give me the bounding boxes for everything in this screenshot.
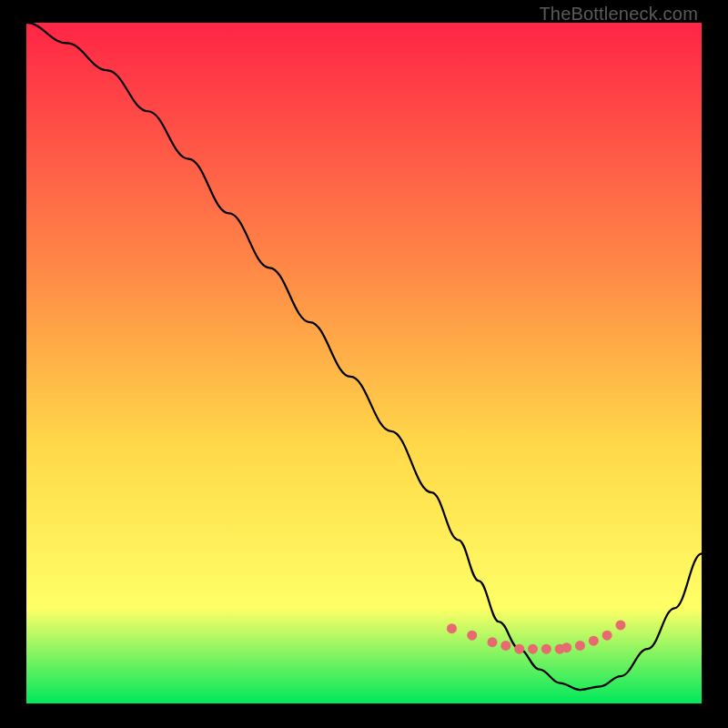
highlight-marker	[575, 641, 585, 651]
highlight-marker	[589, 636, 599, 646]
chart-frame	[26, 23, 702, 703]
highlight-marker	[561, 642, 571, 652]
watermark-text: TheBottleneck.com	[539, 4, 698, 25]
highlight-marker	[615, 620, 625, 630]
highlight-marker	[541, 644, 551, 654]
highlight-marker	[602, 631, 612, 641]
highlight-marker	[487, 637, 497, 647]
highlight-marker	[514, 644, 524, 654]
highlight-marker	[500, 641, 511, 651]
gradient-background	[26, 23, 702, 703]
highlight-marker	[528, 644, 538, 654]
bottleneck-chart	[26, 23, 702, 703]
highlight-marker	[467, 631, 477, 641]
highlight-marker	[447, 623, 457, 633]
